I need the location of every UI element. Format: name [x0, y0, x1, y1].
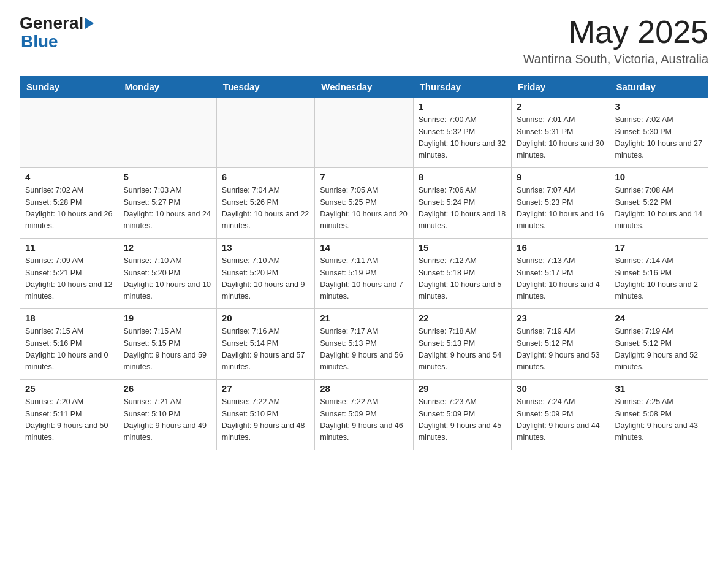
sun-info: Sunrise: 7:02 AM Sunset: 5:28 PM Dayligh… — [25, 185, 113, 232]
calendar-cell — [20, 98, 118, 168]
sun-info: Sunrise: 7:06 AM Sunset: 5:24 PM Dayligh… — [419, 185, 506, 232]
calendar-cell: 27Sunrise: 7:22 AM Sunset: 5:10 PM Dayli… — [216, 380, 314, 450]
calendar-cell: 11Sunrise: 7:09 AM Sunset: 5:21 PM Dayli… — [20, 239, 118, 309]
day-number: 30 — [517, 383, 604, 394]
sun-info: Sunrise: 7:20 AM Sunset: 5:11 PM Dayligh… — [25, 396, 113, 444]
weekday-header-row: SundayMondayTuesdayWednesdayThursdayFrid… — [20, 77, 708, 98]
calendar-week-row: 25Sunrise: 7:20 AM Sunset: 5:11 PM Dayli… — [20, 380, 708, 450]
sun-info: Sunrise: 7:15 AM Sunset: 5:15 PM Dayligh… — [123, 326, 211, 373]
sun-info: Sunrise: 7:17 AM Sunset: 5:13 PM Dayligh… — [320, 326, 408, 373]
calendar-cell — [118, 98, 216, 168]
calendar-cell: 2Sunrise: 7:01 AM Sunset: 5:31 PM Daylig… — [512, 98, 610, 168]
sun-info: Sunrise: 7:10 AM Sunset: 5:20 PM Dayligh… — [123, 255, 211, 303]
day-number: 22 — [419, 313, 506, 323]
sun-info: Sunrise: 7:23 AM Sunset: 5:09 PM Dayligh… — [419, 396, 506, 444]
day-number: 12 — [123, 242, 211, 253]
calendar-week-row: 11Sunrise: 7:09 AM Sunset: 5:21 PM Dayli… — [20, 239, 708, 309]
sun-info: Sunrise: 7:24 AM Sunset: 5:09 PM Dayligh… — [517, 396, 604, 444]
sun-info: Sunrise: 7:03 AM Sunset: 5:27 PM Dayligh… — [123, 185, 211, 232]
sun-info: Sunrise: 7:12 AM Sunset: 5:18 PM Dayligh… — [419, 255, 506, 303]
calendar-cell: 15Sunrise: 7:12 AM Sunset: 5:18 PM Dayli… — [413, 239, 511, 309]
sun-info: Sunrise: 7:08 AM Sunset: 5:22 PM Dayligh… — [615, 185, 703, 232]
calendar-cell: 9Sunrise: 7:07 AM Sunset: 5:23 PM Daylig… — [512, 168, 610, 239]
day-number: 23 — [517, 313, 604, 323]
sun-info: Sunrise: 7:10 AM Sunset: 5:20 PM Dayligh… — [222, 255, 309, 303]
sun-info: Sunrise: 7:07 AM Sunset: 5:23 PM Dayligh… — [517, 185, 604, 232]
calendar-cell: 20Sunrise: 7:16 AM Sunset: 5:14 PM Dayli… — [216, 309, 314, 380]
day-number: 27 — [222, 383, 309, 394]
day-number: 28 — [320, 383, 408, 394]
calendar-week-row: 4Sunrise: 7:02 AM Sunset: 5:28 PM Daylig… — [20, 168, 708, 239]
day-number: 24 — [615, 313, 703, 323]
logo-blue-text: Blue — [21, 32, 94, 52]
calendar-cell: 29Sunrise: 7:23 AM Sunset: 5:09 PM Dayli… — [413, 380, 511, 450]
calendar-cell: 23Sunrise: 7:19 AM Sunset: 5:12 PM Dayli… — [512, 309, 610, 380]
sun-info: Sunrise: 7:09 AM Sunset: 5:21 PM Dayligh… — [25, 255, 113, 303]
day-number: 14 — [320, 242, 408, 253]
sun-info: Sunrise: 7:04 AM Sunset: 5:26 PM Dayligh… — [222, 185, 309, 232]
weekday-header-monday: Monday — [118, 77, 216, 98]
calendar-cell: 18Sunrise: 7:15 AM Sunset: 5:16 PM Dayli… — [20, 309, 118, 380]
sun-info: Sunrise: 7:18 AM Sunset: 5:13 PM Dayligh… — [419, 326, 506, 373]
day-number: 1 — [419, 101, 506, 112]
sun-info: Sunrise: 7:16 AM Sunset: 5:14 PM Dayligh… — [222, 326, 309, 373]
day-number: 15 — [419, 242, 506, 253]
calendar-cell: 24Sunrise: 7:19 AM Sunset: 5:12 PM Dayli… — [610, 309, 708, 380]
day-number: 29 — [419, 383, 506, 394]
weekday-header-wednesday: Wednesday — [315, 77, 413, 98]
weekday-header-thursday: Thursday — [413, 77, 511, 98]
day-number: 25 — [25, 383, 113, 394]
sun-info: Sunrise: 7:00 AM Sunset: 5:32 PM Dayligh… — [419, 114, 506, 162]
calendar-cell: 25Sunrise: 7:20 AM Sunset: 5:11 PM Dayli… — [20, 380, 118, 450]
sun-info: Sunrise: 7:05 AM Sunset: 5:25 PM Dayligh… — [320, 185, 408, 232]
calendar-cell: 14Sunrise: 7:11 AM Sunset: 5:19 PM Dayli… — [315, 239, 413, 309]
calendar-cell: 21Sunrise: 7:17 AM Sunset: 5:13 PM Dayli… — [315, 309, 413, 380]
logo: General Blue — [20, 15, 94, 52]
day-number: 5 — [123, 172, 211, 182]
day-number: 18 — [25, 313, 113, 323]
day-number: 9 — [517, 172, 604, 182]
calendar-week-row: 1Sunrise: 7:00 AM Sunset: 5:32 PM Daylig… — [20, 98, 708, 168]
calendar-cell: 6Sunrise: 7:04 AM Sunset: 5:26 PM Daylig… — [216, 168, 314, 239]
calendar-cell: 5Sunrise: 7:03 AM Sunset: 5:27 PM Daylig… — [118, 168, 216, 239]
logo-general-text: General — [20, 15, 83, 32]
sun-info: Sunrise: 7:22 AM Sunset: 5:09 PM Dayligh… — [320, 396, 408, 444]
calendar-cell: 22Sunrise: 7:18 AM Sunset: 5:13 PM Dayli… — [413, 309, 511, 380]
day-number: 3 — [615, 101, 703, 112]
day-number: 10 — [615, 172, 703, 182]
day-number: 11 — [25, 242, 113, 253]
sun-info: Sunrise: 7:22 AM Sunset: 5:10 PM Dayligh… — [222, 396, 309, 444]
calendar-cell: 7Sunrise: 7:05 AM Sunset: 5:25 PM Daylig… — [315, 168, 413, 239]
weekday-header-tuesday: Tuesday — [216, 77, 314, 98]
calendar-cell: 1Sunrise: 7:00 AM Sunset: 5:32 PM Daylig… — [413, 98, 511, 168]
calendar-cell: 17Sunrise: 7:14 AM Sunset: 5:16 PM Dayli… — [610, 239, 708, 309]
sun-info: Sunrise: 7:01 AM Sunset: 5:31 PM Dayligh… — [517, 114, 604, 162]
day-number: 21 — [320, 313, 408, 323]
calendar-cell — [315, 98, 413, 168]
day-number: 19 — [123, 313, 211, 323]
calendar-cell — [216, 98, 314, 168]
day-number: 13 — [222, 242, 309, 253]
calendar-cell: 13Sunrise: 7:10 AM Sunset: 5:20 PM Dayli… — [216, 239, 314, 309]
day-number: 4 — [25, 172, 113, 182]
sun-info: Sunrise: 7:02 AM Sunset: 5:30 PM Dayligh… — [615, 114, 703, 162]
day-number: 16 — [517, 242, 604, 253]
calendar-cell: 28Sunrise: 7:22 AM Sunset: 5:09 PM Dayli… — [315, 380, 413, 450]
calendar-cell: 31Sunrise: 7:25 AM Sunset: 5:08 PM Dayli… — [610, 380, 708, 450]
calendar-week-row: 18Sunrise: 7:15 AM Sunset: 5:16 PM Dayli… — [20, 309, 708, 380]
calendar-cell: 8Sunrise: 7:06 AM Sunset: 5:24 PM Daylig… — [413, 168, 511, 239]
calendar-cell: 16Sunrise: 7:13 AM Sunset: 5:17 PM Dayli… — [512, 239, 610, 309]
page-header: General Blue May 2025 Wantirna South, Vi… — [20, 15, 708, 66]
day-number: 8 — [419, 172, 506, 182]
logo-line1: General — [20, 15, 94, 32]
calendar-cell: 4Sunrise: 7:02 AM Sunset: 5:28 PM Daylig… — [20, 168, 118, 239]
day-number: 31 — [615, 383, 703, 394]
calendar-cell: 30Sunrise: 7:24 AM Sunset: 5:09 PM Dayli… — [512, 380, 610, 450]
sun-info: Sunrise: 7:19 AM Sunset: 5:12 PM Dayligh… — [517, 326, 604, 373]
weekday-header-sunday: Sunday — [20, 77, 118, 98]
sun-info: Sunrise: 7:11 AM Sunset: 5:19 PM Dayligh… — [320, 255, 408, 303]
calendar-table: SundayMondayTuesdayWednesdayThursdayFrid… — [20, 76, 708, 450]
weekday-header-friday: Friday — [512, 77, 610, 98]
calendar-cell: 12Sunrise: 7:10 AM Sunset: 5:20 PM Dayli… — [118, 239, 216, 309]
sun-info: Sunrise: 7:25 AM Sunset: 5:08 PM Dayligh… — [615, 396, 703, 444]
